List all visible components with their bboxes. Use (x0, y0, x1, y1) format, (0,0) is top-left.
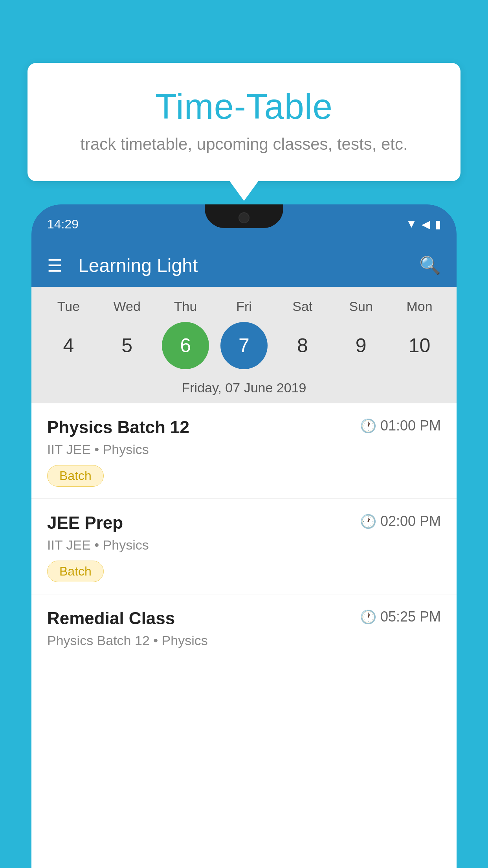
status-bar-time: 14:29 (47, 217, 79, 232)
day-4[interactable]: 4 (45, 322, 92, 369)
day-7-selected[interactable]: 7 (220, 322, 268, 369)
speech-bubble-title: Time-Table (51, 86, 437, 127)
schedule-item-time-2: 🕐 02:00 PM (360, 513, 441, 530)
schedule-item-title-2: JEE Prep (47, 513, 123, 533)
day-label-sat: Sat (279, 299, 326, 314)
phone-notch (205, 204, 283, 228)
day-6-today[interactable]: 6 (162, 322, 209, 369)
hamburger-icon[interactable]: ☰ (47, 256, 62, 276)
app-title: Learning Light (78, 255, 404, 276)
batch-tag-2: Batch (47, 561, 104, 582)
schedule-item-header-3: Remedial Class 🕐 05:25 PM (47, 609, 441, 628)
phone-wrapper: 14:29 ▼ ◀ ▮ ☰ Learning Light 🔍 Tue Wed T… (31, 204, 457, 868)
schedule-item-title-3: Remedial Class (47, 609, 175, 628)
app-header: ☰ Learning Light 🔍 (31, 244, 457, 287)
day-label-fri: Fri (220, 299, 268, 314)
schedule-item-title-1: Physics Batch 12 (47, 417, 189, 437)
batch-tag-1: Batch (47, 465, 104, 487)
status-bar-icons: ▼ ◀ ▮ (406, 218, 441, 231)
day-label-mon: Mon (396, 299, 443, 314)
schedule-item-header-1: Physics Batch 12 🕐 01:00 PM (47, 417, 441, 437)
schedule-item-time-value-2: 02:00 PM (380, 513, 441, 530)
schedule-item-time-1: 🕐 01:00 PM (360, 417, 441, 434)
schedule-item-subtitle-1: IIT JEE • Physics (47, 442, 441, 457)
status-bar: 14:29 ▼ ◀ ▮ (31, 204, 457, 244)
calendar-strip: Tue Wed Thu Fri Sat Sun Mon 4 5 6 7 8 9 … (31, 287, 457, 403)
battery-icon: ▮ (435, 218, 441, 231)
day-8[interactable]: 8 (279, 322, 326, 369)
clock-icon-1: 🕐 (360, 418, 376, 434)
selected-date-label: Friday, 07 June 2019 (31, 377, 457, 403)
day-label-thu: Thu (162, 299, 209, 314)
day-numbers: 4 5 6 7 8 9 10 (31, 318, 457, 377)
signal-icon: ◀ (422, 218, 430, 231)
schedule-item-time-3: 🕐 05:25 PM (360, 609, 441, 625)
phone-camera (238, 212, 250, 223)
day-9[interactable]: 9 (338, 322, 385, 369)
search-icon[interactable]: 🔍 (419, 255, 441, 276)
day-headers: Tue Wed Thu Fri Sat Sun Mon (31, 295, 457, 318)
schedule-item-subtitle-3: Physics Batch 12 • Physics (47, 633, 441, 648)
day-label-sun: Sun (338, 299, 385, 314)
speech-bubble: Time-Table track timetable, upcoming cla… (28, 63, 460, 181)
schedule-item-time-value-1: 01:00 PM (380, 417, 441, 434)
clock-icon-2: 🕐 (360, 513, 376, 529)
schedule-item-remedial[interactable]: Remedial Class 🕐 05:25 PM Physics Batch … (31, 594, 457, 668)
speech-bubble-container: Time-Table track timetable, upcoming cla… (28, 63, 460, 181)
schedule-item-jee-prep[interactable]: JEE Prep 🕐 02:00 PM IIT JEE • Physics Ba… (31, 499, 457, 594)
schedule-item-time-value-3: 05:25 PM (380, 609, 441, 625)
day-label-tue: Tue (45, 299, 92, 314)
clock-icon-3: 🕐 (360, 609, 376, 625)
phone-frame: 14:29 ▼ ◀ ▮ ☰ Learning Light 🔍 Tue Wed T… (31, 204, 457, 868)
speech-bubble-subtitle: track timetable, upcoming classes, tests… (51, 135, 437, 154)
day-label-wed: Wed (103, 299, 150, 314)
schedule-item-header-2: JEE Prep 🕐 02:00 PM (47, 513, 441, 533)
schedule-list: Physics Batch 12 🕐 01:00 PM IIT JEE • Ph… (31, 403, 457, 868)
day-10[interactable]: 10 (396, 322, 443, 369)
day-5[interactable]: 5 (103, 322, 150, 369)
wifi-icon: ▼ (406, 218, 417, 230)
schedule-item-subtitle-2: IIT JEE • Physics (47, 537, 441, 553)
schedule-item-physics-batch[interactable]: Physics Batch 12 🕐 01:00 PM IIT JEE • Ph… (31, 403, 457, 499)
